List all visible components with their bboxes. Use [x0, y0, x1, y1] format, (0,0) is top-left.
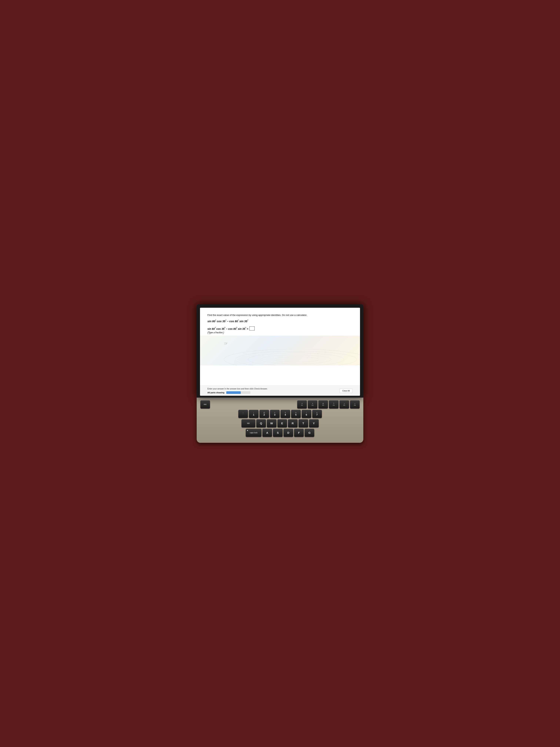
- key-f3[interactable]: ⊞ F3: [318, 401, 328, 409]
- cursor-icon: ☞: [224, 341, 228, 346]
- key-esc[interactable]: esc: [201, 401, 210, 409]
- key-tab[interactable]: tab: [241, 419, 256, 428]
- screen-inner: Find the exact value of the expression b…: [200, 308, 360, 396]
- key-s-label: S: [277, 431, 279, 434]
- f1-label: F1: [301, 405, 303, 406]
- equation-row: sin 80° cos 35° – cos 80° sin 35° =: [207, 327, 353, 331]
- clear-all-button[interactable]: Clear All: [340, 388, 353, 393]
- number-row: ~ ` ! 1 @ 2 # 3 $ 4 % 5: [201, 410, 359, 418]
- key-y[interactable]: Y: [309, 419, 319, 428]
- key-t[interactable]: T: [298, 419, 308, 428]
- key-1-main: 1: [253, 413, 254, 416]
- key-f5[interactable]: ⠶ F5: [340, 401, 349, 409]
- key-f6[interactable]: ⠶ F6: [350, 401, 359, 409]
- f3-icon: ⊞: [322, 403, 324, 405]
- key-r-label: R: [292, 422, 294, 425]
- key-y-label: Y: [313, 422, 315, 425]
- expression-display: sin 80° cos 35° – cos 80° sin 35°: [207, 319, 353, 323]
- key-esc-label: esc: [204, 403, 207, 405]
- svg-point-4: [273, 357, 318, 362]
- key-f4[interactable]: ⠿ F4: [329, 401, 339, 409]
- f2-label: F2: [312, 405, 313, 406]
- key-7[interactable]: & 7: [312, 410, 322, 418]
- type-fraction-hint: (Type a fraction.): [207, 331, 353, 334]
- key-g-label: G: [308, 431, 311, 434]
- key-3-main: 3: [274, 413, 275, 416]
- key-e-label: E: [281, 422, 283, 425]
- key-tilde-top: ~: [243, 412, 243, 414]
- key-1[interactable]: ! 1: [249, 410, 259, 418]
- key-2[interactable]: @ 2: [260, 410, 269, 418]
- asdf-row: caps lock A S D F G: [201, 429, 359, 437]
- key-a[interactable]: A: [262, 429, 272, 437]
- key-w-label: W: [270, 422, 273, 425]
- all-parts-label: All parts showing: [207, 391, 224, 394]
- key-6[interactable]: ^ 6: [302, 410, 311, 418]
- browser-content: Find the exact value of the expression b…: [200, 308, 360, 386]
- key-3[interactable]: # 3: [270, 410, 279, 418]
- key-g[interactable]: G: [304, 429, 314, 437]
- f6-label: F6: [354, 405, 355, 406]
- progress-bar-fill: [226, 391, 241, 394]
- key-d[interactable]: D: [284, 429, 293, 437]
- key-f2[interactable]: ☀ F2: [308, 401, 317, 409]
- qwerty-row: tab Q W E R T Y: [201, 419, 359, 428]
- key-e[interactable]: E: [277, 419, 287, 428]
- f4-icon: ⠿: [333, 403, 335, 405]
- key-2-main: 2: [264, 413, 265, 416]
- key-5-main: 5: [295, 413, 296, 416]
- f5-icon: ⠶: [344, 403, 345, 405]
- key-r[interactable]: R: [288, 419, 298, 428]
- key-t-label: T: [302, 422, 304, 425]
- key-a-label: A: [266, 431, 268, 434]
- caps-indicator: [247, 430, 248, 431]
- key-tab-label: tab: [247, 422, 250, 424]
- question-instruction: Find the exact value of the expression b…: [207, 313, 353, 317]
- key-f-label: F: [298, 431, 300, 434]
- svg-point-3: [261, 355, 331, 364]
- key-6-main: 6: [306, 413, 307, 416]
- svg-point-2: [248, 353, 344, 365]
- f4-label: F4: [333, 405, 335, 406]
- equation-text: sin 80° cos 35° – cos 80° sin 35° =: [207, 327, 248, 330]
- f6-icon: ⠶: [354, 403, 355, 405]
- enter-instruction: Enter your answer in the answer box and …: [207, 388, 268, 390]
- keyboard-base: esc ☀ F1 ☀ F2 ⊞ F3 ⠿ F4 ⠶ F5: [197, 397, 363, 443]
- svg-point-1: [235, 351, 357, 365]
- key-f1[interactable]: ☀ F1: [297, 401, 307, 409]
- key-q-label: Q: [260, 422, 262, 425]
- key-f[interactable]: F: [294, 429, 304, 437]
- key-tilde[interactable]: ~ `: [238, 410, 248, 418]
- f2-icon: ☀: [312, 403, 313, 405]
- key-4-main: 4: [285, 413, 286, 416]
- f1-icon: ☀: [301, 403, 303, 405]
- key-s[interactable]: S: [273, 429, 283, 437]
- key-tilde-main: `: [243, 414, 243, 416]
- bottom-left: Enter your answer in the answer box and …: [207, 388, 268, 394]
- key-7-main: 7: [316, 413, 318, 416]
- key-caps-lock[interactable]: caps lock: [246, 429, 262, 437]
- key-q[interactable]: Q: [256, 419, 266, 428]
- fn-row: esc ☀ F1 ☀ F2 ⊞ F3 ⠿ F4 ⠶ F5: [201, 401, 359, 409]
- key-d-label: D: [287, 431, 289, 434]
- parts-row: All parts showing: [207, 391, 268, 394]
- laptop-wrapper: Find the exact value of the expression b…: [197, 304, 363, 443]
- progress-bar-container: [226, 391, 250, 394]
- bottom-bar: Enter your answer in the answer box and …: [200, 386, 360, 396]
- svg-point-0: [224, 349, 360, 365]
- f5-label: F5: [343, 405, 345, 406]
- wood-grain-svg: [200, 336, 360, 365]
- screen-bezel: Find the exact value of the expression b…: [197, 304, 363, 397]
- key-w[interactable]: W: [267, 419, 276, 428]
- key-5[interactable]: % 5: [291, 410, 301, 418]
- answer-input-box[interactable]: [249, 327, 255, 331]
- key-4[interactable]: $ 4: [281, 410, 290, 418]
- key-caps-label: caps lock: [250, 432, 258, 434]
- decorative-area: ☞: [200, 336, 360, 365]
- f3-label: F3: [322, 405, 324, 406]
